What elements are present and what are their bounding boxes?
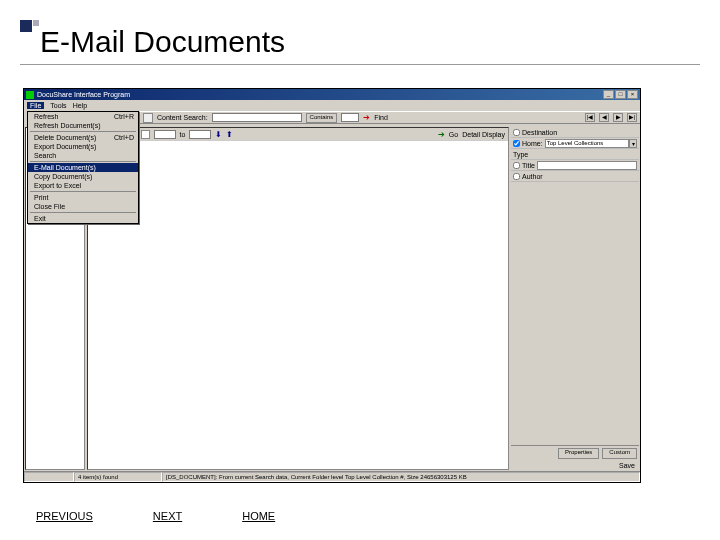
menu-separator [30,212,136,213]
content-search-input[interactable] [212,113,302,122]
prop-author-label: Author [522,173,543,180]
minimize-button[interactable]: _ [603,90,614,99]
go-arrow-icon: ➔ [438,130,445,139]
prop-author-checkbox[interactable] [513,173,520,180]
app-icon [26,91,34,99]
find-arrow-icon: ➔ [363,113,370,122]
prop-destination-checkbox[interactable] [513,129,520,136]
file-menu-dropdown: Refresh Ctrl+R Refresh Document(s) Delet… [27,111,139,224]
docushare-window: DocuShare Interface Program _ □ × File T… [23,88,641,483]
home-link[interactable]: HOME [242,510,275,522]
close-button[interactable]: × [627,90,638,99]
status-message: [DS_DOCUMENT]: From current Search data,… [162,472,640,482]
go-label[interactable]: Go [449,131,458,138]
content-search-label: Content Search: [157,114,208,121]
prop-row-home: Home: Top Level Collections ▾ [511,138,639,149]
prop-row-author: Author [511,171,639,182]
save-label[interactable]: Save [619,462,635,469]
prop-home-label: Home: [522,140,543,147]
window-title: DocuShare Interface Program [37,91,603,98]
menu-item-refresh-docs[interactable]: Refresh Document(s) [28,121,138,130]
status-blank [24,472,74,482]
menu-item-refresh[interactable]: Refresh Ctrl+R [28,112,138,121]
menu-help[interactable]: Help [73,102,87,109]
range-to-label: to [180,131,186,138]
sort-down-icon[interactable]: ⬇ [215,130,222,139]
nav-next-button[interactable]: ▶ [613,113,623,122]
prop-type-label: Type [513,151,528,158]
next-link[interactable]: NEXT [153,510,182,522]
prop-home-dropdown[interactable]: ▾ [629,139,637,148]
prop-home-checkbox[interactable] [513,140,520,147]
menu-item-close-file[interactable]: Close File [28,202,138,211]
menu-item-copy-docs[interactable]: Copy Document(s) [28,172,138,181]
menubar: File Tools Help [24,100,640,111]
slide-accent-square [20,20,32,32]
range-lock-icon[interactable] [141,130,150,139]
sort-up-icon[interactable]: ⬆ [226,130,233,139]
prop-destination-label: Destination [522,129,557,136]
statusbar: 4 item(s) found [DS_DOCUMENT]: From curr… [24,471,640,482]
nav-first-button[interactable]: |◀ [585,113,595,122]
nav-prev-button[interactable]: ◀ [599,113,609,122]
find-label[interactable]: Find [374,114,388,121]
status-count: 4 item(s) found [74,472,162,482]
list-pane[interactable]: Display Range to ⬇ ⬆ ➔ Go Detail Display [87,127,509,470]
properties-button[interactable]: Properties [558,448,599,459]
detail-display-label[interactable]: Detail Display [462,131,505,138]
range-to-input[interactable] [189,130,211,139]
save-row: Save [511,461,639,470]
menu-item-export-docs[interactable]: Export Document(s) [28,142,138,151]
menu-item-exit[interactable]: Exit [28,214,138,223]
refresh-icon[interactable] [143,113,153,123]
prop-row-type: Type [511,149,639,160]
menu-item-delete-docs[interactable]: Delete Document(s) Ctrl+D [28,133,138,142]
menu-item-search[interactable]: Search [28,151,138,160]
menu-separator [30,191,136,192]
properties-pane: Destination Home: Top Level Collections … [511,127,639,470]
slide-footer-links: PREVIOUS NEXT HOME [36,510,275,522]
search-mode-select[interactable] [341,113,359,122]
prop-home-value[interactable]: Top Level Collections [545,139,629,148]
window-titlebar[interactable]: DocuShare Interface Program _ □ × [24,89,640,100]
menu-item-print[interactable]: Print [28,193,138,202]
menu-item-export-excel[interactable]: Export to Excel [28,181,138,190]
properties-footer: Properties Custom [511,445,639,461]
menu-file[interactable]: File [27,102,44,109]
range-from-input[interactable] [154,130,176,139]
menu-item-email-docs[interactable]: E-Mail Document(s) [28,163,138,172]
previous-link[interactable]: PREVIOUS [36,510,93,522]
custom-button[interactable]: Custom [602,448,637,459]
toolbar-main: Content Search: Contains ➔ Find |◀ ◀ ▶ ▶… [140,111,640,124]
contains-button[interactable]: Contains [306,113,338,123]
menu-separator [30,131,136,132]
prop-title-value[interactable] [537,161,637,170]
toolbar-range: Display Range to ⬇ ⬆ ➔ Go Detail Display [88,128,508,141]
prop-title-checkbox[interactable] [513,162,520,169]
slide-accent-square-small [33,20,39,26]
menu-separator [30,161,136,162]
prop-row-title: Title [511,160,639,171]
prop-title-label: Title [522,162,535,169]
slide-title: E-Mail Documents [40,25,285,59]
slide-title-underline [20,64,700,65]
prop-row-destination: Destination [511,127,639,138]
menu-tools[interactable]: Tools [50,102,66,109]
nav-last-button[interactable]: ▶| [627,113,637,122]
maximize-button[interactable]: □ [615,90,626,99]
